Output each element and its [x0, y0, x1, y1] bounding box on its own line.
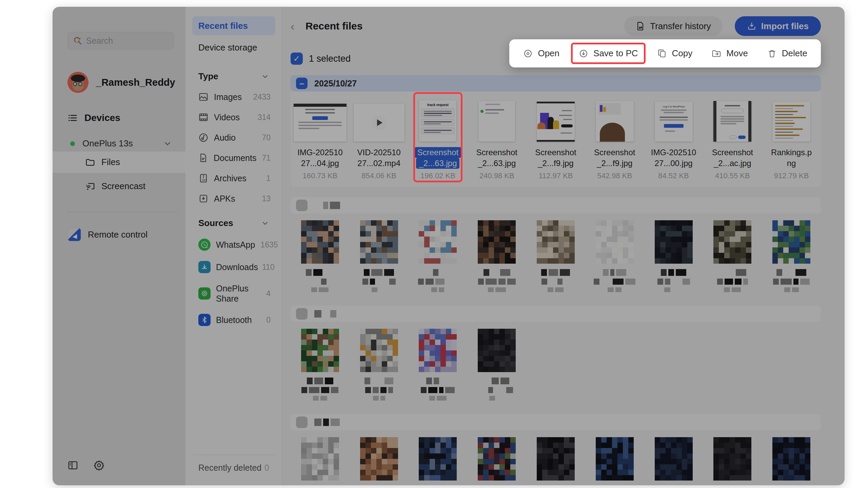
file-card[interactable]: track requestScreenshot_2...63.jpg196.02…: [409, 97, 468, 184]
open-button[interactable]: Open: [523, 48, 559, 59]
save-to-pc-button[interactable]: Save to PC: [578, 48, 638, 59]
file-name-line2: 27...02.mp4: [357, 158, 401, 169]
file-card[interactable]: Screenshot_2...f9.jpg542.98 KB: [585, 97, 644, 184]
sidebar-item-bluetooth[interactable]: Bluetooth 0: [192, 314, 275, 326]
search-input[interactable]: Search: [67, 32, 174, 49]
file-card-censored[interactable]: [350, 327, 409, 404]
sidebar-item-oneplus-13s[interactable]: OnePlus 13s: [67, 138, 174, 149]
group-checkbox[interactable]: [296, 416, 308, 428]
file-card[interactable]: IMG-20251027...04.jpg160.73 KB: [291, 97, 350, 184]
recently-deleted-count: 0: [264, 463, 269, 473]
censored-file-group: [291, 197, 821, 296]
file-card-censored[interactable]: [291, 327, 350, 404]
delete-button[interactable]: Delete: [767, 48, 807, 59]
file-card-censored[interactable]: [762, 436, 821, 485]
file-card-censored[interactable]: [703, 219, 762, 296]
file-card-censored[interactable]: [409, 327, 468, 404]
device-storage-label: Device storage: [198, 42, 257, 53]
file-card-censored[interactable]: [467, 436, 526, 485]
file-card-censored[interactable]: [526, 219, 585, 296]
file-card-censored[interactable]: [409, 436, 468, 485]
sidebar-item-recently-deleted[interactable]: Recently deleted 0: [192, 455, 275, 473]
file-thumbnail: [596, 97, 634, 142]
sidebar-item-apks[interactable]: APKs 13: [192, 194, 275, 204]
sidebar-item-device-storage[interactable]: Device storage: [192, 38, 275, 57]
copy-button[interactable]: Copy: [657, 48, 693, 59]
file-thumbnail-censored: [478, 436, 516, 481]
file-size: 84.52 KB: [658, 171, 689, 180]
file-card-censored[interactable]: [762, 219, 821, 296]
file-thumbnail: [772, 97, 810, 142]
images-icon: [198, 92, 209, 102]
file-card[interactable]: Screenshot_2...63.jpg240.98 KB: [467, 97, 526, 184]
toggle-panel-icon[interactable]: [67, 460, 78, 471]
sidebar-item-images[interactable]: Images 2433: [192, 92, 275, 102]
sidebar-item-devices[interactable]: Devices: [67, 113, 174, 123]
file-name: IMG-20251027...04.jpg: [297, 147, 342, 169]
sidebar-item-documents[interactable]: Documents 71: [192, 153, 275, 163]
file-card-censored[interactable]: [291, 436, 350, 485]
recent-files-label: Recent files: [198, 21, 248, 31]
file-card-censored[interactable]: [703, 436, 762, 485]
sidebar-item-audio[interactable]: Audio 70: [192, 133, 275, 143]
sidebar-item-remote-control[interactable]: Remote control: [67, 228, 174, 241]
transfer-history-button[interactable]: Transfer history: [624, 16, 723, 36]
file-name-line2: _2...f9.jpg: [535, 158, 576, 169]
chevron-down-icon: [261, 73, 269, 81]
open-icon: [523, 48, 533, 59]
file-card[interactable]: Log in to WordPressIMG-20251027...00.jpg…: [644, 97, 703, 184]
file-card-censored[interactable]: [467, 327, 526, 404]
save-to-pc-icon: [578, 48, 589, 59]
file-name-line2: ng: [771, 158, 812, 169]
file-name-line2: _2...ac.jpg: [712, 158, 753, 169]
file-thumbnail-censored: [713, 219, 751, 264]
group-checkbox-indeterminate[interactable]: –: [296, 78, 308, 89]
group-checkbox[interactable]: [296, 308, 308, 320]
file-name-line1: Screenshot: [712, 147, 753, 158]
source-item-label: Bluetooth: [216, 315, 252, 325]
censored-date-label: [314, 419, 340, 426]
type-item-count: 13: [262, 194, 271, 203]
sidebar-item-downloads[interactable]: Downloads 110: [192, 261, 275, 273]
move-button[interactable]: Move: [711, 48, 748, 59]
select-all-checkbox[interactable]: ✓: [291, 53, 303, 65]
file-card[interactable]: Screenshot_2...ac.jpg410.55 KB: [703, 97, 762, 184]
file-name-line1: Rankings.p: [771, 147, 812, 158]
file-card-censored[interactable]: [409, 219, 468, 296]
file-card-censored[interactable]: [526, 436, 585, 485]
file-card-censored[interactable]: [467, 219, 526, 296]
file-card-censored[interactable]: [350, 219, 409, 296]
user-profile[interactable]: _Ramesh_Reddy: [67, 72, 174, 93]
type-item-label: Documents: [214, 153, 256, 163]
settings-gear-icon[interactable]: [93, 460, 105, 471]
sidebar-item-oneplus-share[interactable]: OnePlus Share 4: [192, 283, 275, 304]
group-checkbox[interactable]: [296, 200, 308, 211]
file-card[interactable]: Rankings.png912.79 KB: [762, 97, 821, 184]
file-card-censored[interactable]: [585, 436, 644, 485]
sidebar-item-files[interactable]: Files: [53, 151, 189, 173]
back-button[interactable]: ‹: [291, 20, 305, 33]
file-thumbnail-censored: [655, 219, 693, 264]
sources-section-header[interactable]: Sources: [192, 218, 275, 228]
file-card-censored[interactable]: [585, 219, 644, 296]
file-thumbnail-censored: [478, 219, 516, 264]
type-section-header[interactable]: Type: [192, 71, 275, 82]
file-card-censored[interactable]: [350, 436, 409, 485]
sidebar-item-screencast[interactable]: Screencast: [53, 176, 189, 197]
file-card-censored[interactable]: [644, 436, 703, 485]
bluetooth-icon: [198, 314, 211, 326]
sidebar-item-videos[interactable]: Videos 314: [192, 112, 275, 122]
file-card-censored[interactable]: [291, 219, 350, 296]
file-card[interactable]: Screenshot_2...f9.jpg112.97 KB: [526, 97, 585, 184]
file-card[interactable]: VID-20251027...02.mp4854.06 KB: [350, 97, 409, 184]
screencast-label: Screencast: [101, 181, 145, 191]
sidebar-item-archives[interactable]: ZIP Archives 1: [192, 173, 275, 183]
import-files-button[interactable]: Import files: [735, 16, 821, 36]
file-name-line1: Screenshot: [476, 147, 517, 158]
sidebar-item-whatsapp[interactable]: WhatsApp 1635: [192, 239, 275, 251]
group-date-label: 2025/10/27: [314, 79, 357, 88]
file-name: Screenshot_2...f9.jpg: [535, 147, 576, 169]
sidebar-item-recent-files[interactable]: Recent files: [192, 16, 275, 35]
archives-icon: ZIP: [198, 173, 209, 183]
file-card-censored[interactable]: [644, 219, 703, 296]
